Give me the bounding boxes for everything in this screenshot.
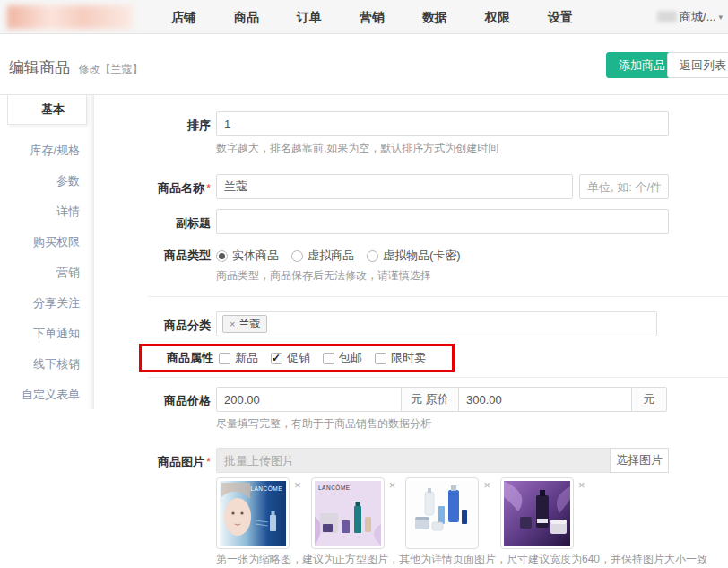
sort-help-text: 数字越大，排名越靠前,如果为空，默认排序方式为创建时间 [216, 141, 669, 156]
remove-tag-icon[interactable]: × [230, 319, 235, 329]
tab-detail[interactable]: 详情 [0, 197, 94, 227]
app-logo [7, 5, 133, 29]
account-avatar [657, 11, 677, 22]
product-type-label: 商品类型 [148, 246, 211, 264]
tab-share-follow[interactable]: 分享关注 [0, 288, 94, 319]
lancome-logo-text: LANCÔME [250, 485, 282, 492]
tab-parameters[interactable]: 参数 [0, 166, 94, 197]
page-header: 编辑商品 修改【兰蔻】 添加商品 返回列表 [0, 34, 728, 94]
price-addon-yuan: 元 [631, 387, 667, 412]
unit-input[interactable] [579, 174, 669, 199]
nav-item-orders[interactable]: 订单 [278, 0, 341, 34]
images-row: 商品图片* 选择图片 [148, 448, 728, 567]
nav-item-marketing[interactable]: 营销 [341, 0, 403, 34]
price-help-text: 尽量填写完整，有助于于商品销售的数据分析 [216, 416, 667, 432]
checkbox-promotion[interactable]: 促销 [271, 350, 310, 366]
images-label: 商品图片* [148, 448, 211, 470]
page-subtitle: 修改【兰蔻】 [78, 63, 143, 75]
remove-image-icon[interactable]: × [294, 478, 301, 492]
radio-virtual-card-input[interactable] [367, 250, 378, 262]
image-thumbnails: LANCÔME × [216, 477, 707, 549]
back-to-list-button[interactable]: 返回列表 [667, 52, 728, 78]
checkbox-free-shipping[interactable]: 包邮 [323, 350, 362, 366]
required-asterisk: * [206, 181, 211, 195]
price-row: 商品价格 元 原价 元 尽量填写完整，有助于于商品销售的数据分析 [148, 387, 728, 432]
product-type-help-text: 商品类型，商品保存后无法修改，请谨慎选择 [216, 268, 473, 284]
category-tag: × 兰蔻 [222, 315, 267, 333]
category-row: 商品分类 × 兰蔻 [148, 311, 728, 336]
price-input[interactable] [216, 387, 402, 412]
subtitle-label: 副标题 [148, 209, 211, 232]
page-title: 编辑商品 [9, 59, 70, 76]
image-item-1: LANCÔME × [216, 477, 301, 549]
subtitle-row: 副标题 [148, 209, 728, 234]
checkbox-limited-time-input[interactable] [375, 353, 386, 364]
nav-item-goods[interactable]: 商品 [215, 0, 278, 34]
checkbox-limited-time[interactable]: 限时卖 [375, 350, 426, 366]
radio-virtual-card[interactable]: 虚拟物品(卡密) [367, 248, 461, 264]
required-asterisk: * [206, 455, 211, 468]
product-image-1[interactable]: LANCÔME [216, 477, 290, 549]
section-divider [148, 377, 728, 378]
remove-image-icon[interactable]: × [578, 478, 585, 492]
tab-order-notice[interactable]: 下单通知 [0, 319, 94, 349]
checkbox-free-shipping-input[interactable] [323, 353, 334, 364]
original-price-input[interactable] [458, 387, 632, 412]
chevron-down-icon: ▾ [718, 13, 723, 22]
checkbox-new-product[interactable]: 新品 [219, 350, 258, 366]
nav-item-permissions[interactable]: 权限 [466, 0, 529, 34]
choose-image-button[interactable]: 选择图片 [610, 448, 669, 473]
top-navbar: 店铺 商品 订单 营销 数据 权限 设置 商城/... ▾ [0, 0, 728, 34]
category-select-box[interactable]: × 兰蔻 [216, 311, 657, 336]
edit-product-form: 排序 数字越大，排名越靠前,如果为空，默认排序方式为创建时间 商品名称* 副标题 [148, 95, 728, 567]
price-label: 商品价格 [148, 387, 211, 409]
product-name-input[interactable] [216, 174, 573, 199]
image-item-3: × [405, 477, 490, 549]
category-tag-label: 兰蔻 [238, 317, 260, 332]
tab-stock-spec[interactable]: 库存/规格 [0, 135, 94, 166]
product-image-4[interactable] [500, 477, 574, 549]
sort-label: 排序 [148, 111, 211, 134]
product-image-3[interactable] [405, 477, 479, 549]
product-type-row: 商品类型 实体商品 虚拟商品 虚拟物品(卡密) 商品 [148, 246, 728, 284]
price-addon-yuan-original: 元 原价 [401, 387, 459, 412]
tab-marketing[interactable]: 营销 [0, 258, 94, 288]
category-label: 商品分类 [148, 311, 211, 334]
product-image-2[interactable]: LANCÔME [311, 477, 385, 549]
batch-upload-input[interactable] [216, 448, 611, 473]
radio-virtual-goods[interactable]: 虚拟商品 [291, 248, 354, 264]
image-item-4: × [500, 477, 585, 549]
account-dropdown[interactable]: 商城/... ▾ [657, 9, 723, 25]
attributes-highlight-box: 商品属性 新品 促销 包邮 限时卖 [139, 344, 455, 372]
name-row: 商品名称* [148, 174, 728, 199]
section-divider [148, 296, 728, 297]
tab-custom-form[interactable]: 自定义表单 [0, 380, 94, 410]
image-item-2: LANCÔME × [311, 477, 396, 549]
settings-tab-sidebar: 基本 库存/规格 参数 详情 购买权限 营销 分享关注 下单通知 线下核销 自定… [0, 95, 94, 409]
main-nav: 店铺 商品 订单 营销 数据 权限 设置 [152, 0, 592, 34]
nav-item-data[interactable]: 数据 [403, 0, 466, 34]
lancome-logo-text: LANCÔME [318, 484, 351, 491]
sort-row: 排序 数字越大，排名越靠前,如果为空，默认排序方式为创建时间 [148, 111, 728, 156]
radio-virtual-goods-input[interactable] [291, 250, 303, 262]
remove-image-icon[interactable]: × [389, 478, 396, 492]
name-label: 商品名称* [148, 174, 211, 197]
tab-purchase-permission[interactable]: 购买权限 [0, 227, 94, 258]
sort-input[interactable] [216, 111, 669, 136]
account-label: 商城/... [680, 9, 715, 25]
subtitle-input[interactable] [216, 209, 669, 234]
tab-offline-verify[interactable]: 线下核销 [0, 349, 94, 380]
nav-item-shop[interactable]: 店铺 [152, 0, 215, 34]
checkbox-new-product-input[interactable] [219, 353, 230, 364]
images-help-text: 第一张为缩略图，建议为正方型图片，其他为详情页面图片，尺寸建议宽度为640，并保… [216, 552, 707, 567]
tab-basic[interactable]: 基本 [7, 95, 87, 125]
remove-image-icon[interactable]: × [483, 478, 490, 492]
radio-physical-goods-input[interactable] [216, 250, 228, 262]
nav-item-settings[interactable]: 设置 [529, 0, 592, 34]
attributes-label: 商品属性 [151, 350, 213, 366]
checkbox-promotion-input[interactable] [271, 353, 282, 364]
radio-physical-goods[interactable]: 实体商品 [216, 248, 279, 264]
